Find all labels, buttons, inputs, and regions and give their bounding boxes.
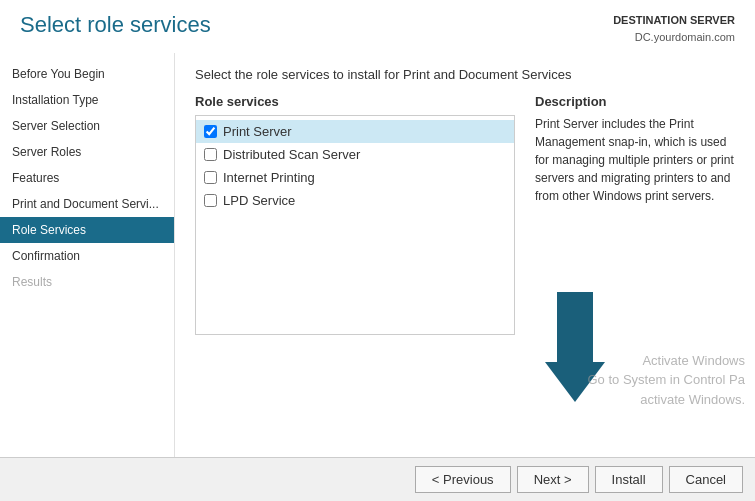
service-item-print-server[interactable]: Print Server xyxy=(196,120,514,143)
watermark-line1: Activate Windows xyxy=(587,351,745,371)
page-title: Select role services xyxy=(20,12,211,38)
service-label-distributed-scan: Distributed Scan Server xyxy=(223,147,360,162)
checkbox-distributed-scan[interactable] xyxy=(204,148,217,161)
sidebar-item-installation-type[interactable]: Installation Type xyxy=(0,87,174,113)
cancel-button[interactable]: Cancel xyxy=(669,466,743,493)
sidebar-item-role-services[interactable]: Role Services xyxy=(0,217,174,243)
sidebar-item-before-you-begin[interactable]: Before You Begin xyxy=(0,61,174,87)
server-info: DESTINATION SERVER DC.yourdomain.com xyxy=(613,12,735,45)
description-header: Description xyxy=(535,94,735,109)
service-item-distributed-scan[interactable]: Distributed Scan Server xyxy=(196,143,514,166)
previous-button[interactable]: < Previous xyxy=(415,466,511,493)
sidebar-item-features[interactable]: Features xyxy=(0,165,174,191)
service-item-lpd-service[interactable]: LPD Service xyxy=(196,189,514,212)
main-container: Select role services DESTINATION SERVER … xyxy=(0,0,755,501)
service-label-lpd-service: LPD Service xyxy=(223,193,295,208)
service-item-internet-printing[interactable]: Internet Printing xyxy=(196,166,514,189)
checkbox-internet-printing[interactable] xyxy=(204,171,217,184)
description-text: Print Server includes the Print Manageme… xyxy=(535,115,735,205)
footer-bar: < Previous Next > Install Cancel xyxy=(0,457,755,501)
sidebar-item-server-roles[interactable]: Server Roles xyxy=(0,139,174,165)
down-arrow xyxy=(545,292,605,402)
main-content: Select the role services to install for … xyxy=(175,53,755,457)
checkbox-print-server[interactable] xyxy=(204,125,217,138)
server-name: DC.yourdomain.com xyxy=(613,29,735,46)
sidebar-item-results: Results xyxy=(0,269,174,295)
server-label: DESTINATION SERVER xyxy=(613,12,735,29)
sidebar-item-confirmation[interactable]: Confirmation xyxy=(0,243,174,269)
next-button[interactable]: Next > xyxy=(517,466,589,493)
service-label-internet-printing: Internet Printing xyxy=(223,170,315,185)
two-column-layout: Role services Print ServerDistributed Sc… xyxy=(195,94,735,335)
content-area: Before You BeginInstallation TypeServer … xyxy=(0,53,755,457)
sidebar: Before You BeginInstallation TypeServer … xyxy=(0,53,175,457)
sidebar-item-print-document[interactable]: Print and Document Servi... xyxy=(0,191,174,217)
install-button[interactable]: Install xyxy=(595,466,663,493)
instruction-text: Select the role services to install for … xyxy=(195,67,735,82)
service-label-print-server: Print Server xyxy=(223,124,292,139)
role-services-header: Role services xyxy=(195,94,515,109)
watermark-line2: Go to System in Control Pa xyxy=(587,370,745,390)
services-list: Print ServerDistributed Scan ServerInter… xyxy=(195,115,515,335)
header-bar: Select role services DESTINATION SERVER … xyxy=(0,0,755,53)
sidebar-item-server-selection[interactable]: Server Selection xyxy=(0,113,174,139)
role-services-panel: Role services Print ServerDistributed Sc… xyxy=(195,94,515,335)
checkbox-lpd-service[interactable] xyxy=(204,194,217,207)
watermark: Activate Windows Go to System in Control… xyxy=(587,351,745,410)
watermark-line3: activate Windows. xyxy=(587,390,745,410)
